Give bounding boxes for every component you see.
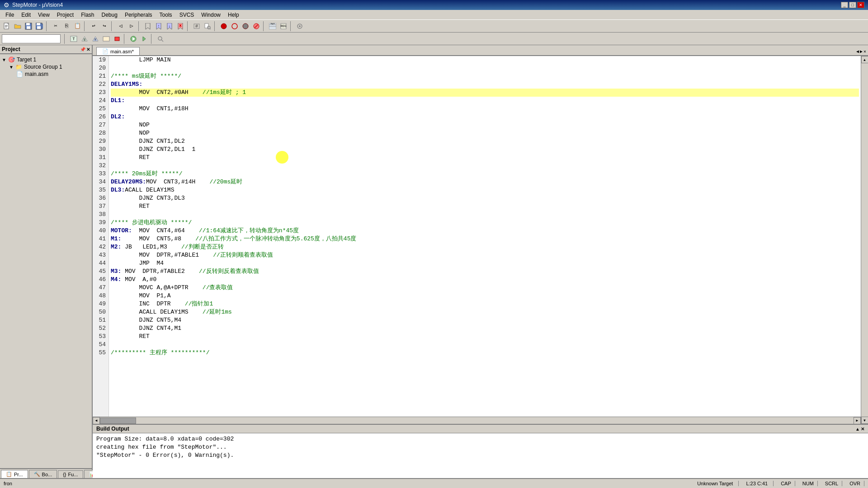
editor-tab-main-asm[interactable]: 📄 main.asm* (96, 47, 140, 55)
nav-back-button[interactable]: ◁ (116, 21, 126, 31)
menu-edit[interactable]: Edit (18, 11, 34, 19)
menu-flash[interactable]: Flash (77, 11, 98, 19)
kill-all-bp-button[interactable] (251, 21, 261, 31)
tab-functions[interactable]: {} Fu... (58, 470, 83, 478)
batch-build-button[interactable] (101, 34, 111, 44)
open-file-button[interactable] (13, 21, 23, 31)
paste-button[interactable]: 📋 (72, 21, 82, 31)
build-output-close[interactable]: ✕ (861, 427, 864, 432)
menu-view[interactable]: View (34, 11, 53, 19)
code-line-21[interactable]: /**** ms级延时 *****/ (111, 72, 859, 80)
code-line-30[interactable]: DJNZ CNT2,DL1 1 (111, 145, 859, 154)
code-line-20[interactable] (111, 64, 859, 72)
menu-peripherals[interactable]: Peripherals (121, 11, 156, 19)
minimize-button[interactable]: _ (841, 2, 848, 8)
tab-project[interactable]: 📋 Pr... (1, 470, 28, 478)
clear-bookmarks-button[interactable] (175, 21, 185, 31)
project-minimize-icon[interactable]: 📌 (80, 47, 85, 52)
v-scroll-down-button[interactable]: ▼ (861, 417, 868, 424)
new-file-button[interactable] (2, 21, 12, 31)
build-output-arrow-up[interactable]: ▲ (855, 427, 860, 432)
code-line-43[interactable]: MOV DPTR,#TABLE1 //正转则顺着查表取值 (111, 251, 859, 259)
code-line-31[interactable]: RET (111, 154, 859, 162)
enable-bp-button[interactable] (230, 21, 240, 31)
v-scroll-track[interactable] (862, 63, 868, 417)
find-components-button[interactable] (156, 34, 165, 44)
title-bar-controls[interactable]: _ □ ✕ (841, 2, 864, 8)
tree-item-main-asm[interactable]: 📄 main.asm (2, 70, 90, 78)
v-scrollbar[interactable]: ▲ ▼ (861, 56, 868, 424)
code-line-39[interactable]: /**** 步进电机驱动 *****/ (111, 219, 859, 227)
target-dropdown[interactable]: Target 1 (2, 34, 61, 43)
menu-file[interactable]: File (2, 11, 18, 19)
memory-view-button[interactable]: MEM (268, 21, 278, 31)
menu-window[interactable]: Window (198, 11, 224, 19)
code-line-54[interactable] (111, 341, 859, 349)
project-close-icon[interactable]: ✕ (86, 47, 90, 52)
code-line-49[interactable]: INC DPTR //指针加1 (111, 300, 859, 308)
code-line-44[interactable]: JMP M4 (111, 259, 859, 267)
code-line-32[interactable] (111, 162, 859, 170)
undo-button[interactable]: ↩ (89, 21, 99, 31)
h-scroll-track[interactable] (100, 418, 854, 424)
code-line-51[interactable]: DJNZ CNT5,M4 (111, 316, 859, 324)
code-line-35[interactable]: DL3:ACALL DELAY1MS (111, 186, 859, 194)
code-line-42[interactable]: M2: JB LED1,M3 //判断是否正转 (111, 243, 859, 251)
menu-help[interactable]: Help (224, 11, 243, 19)
save-all-button[interactable] (34, 21, 44, 31)
code-line-25[interactable]: MOV CNT1,#18H (111, 105, 859, 113)
bookmark-next-button[interactable]: ↓ (165, 21, 175, 31)
bookmark-button[interactable] (143, 21, 153, 31)
start-stop-debug-button[interactable] (139, 34, 149, 44)
include-button[interactable]: # (192, 21, 202, 31)
disable-all-bp-button[interactable] (241, 21, 250, 31)
save-button[interactable] (24, 21, 33, 31)
build-button[interactable]: B (80, 34, 90, 44)
h-scrollbar[interactable]: ◀ ▶ (93, 417, 861, 424)
code-line-53[interactable]: RET (111, 333, 859, 341)
editor-close-icon[interactable]: ✕ (863, 49, 866, 54)
code-line-19[interactable]: LJMP MAIN (111, 56, 859, 64)
cut-button[interactable]: ✂ (51, 21, 61, 31)
menu-debug[interactable]: Debug (98, 11, 121, 19)
h-scroll-thumb[interactable] (100, 418, 136, 424)
maximize-button[interactable]: □ (849, 2, 856, 8)
close-button[interactable]: ✕ (857, 2, 864, 8)
code-line-36[interactable]: DJNZ CNT3,DL3 (111, 194, 859, 202)
code-line-23[interactable]: MOV CNT2,#0AH //1ms延时 ; 1 (111, 89, 859, 97)
start-debug-button[interactable] (128, 34, 138, 44)
code-line-37[interactable]: RET (111, 202, 859, 211)
translate-button[interactable]: T (69, 34, 79, 44)
tab-build[interactable]: 🔨 Bo... (29, 470, 57, 478)
code-line-34[interactable]: DELAY20MS:MOV CNT3,#14H //20ms延时 (111, 178, 859, 186)
code-line-45[interactable]: M3: MOV DPTR,#TABLE2 //反转则反着查表取值 (111, 267, 859, 276)
code-line-27[interactable]: NOP (111, 121, 859, 129)
code-content[interactable]: 1920212223242526272829303132333435363738… (93, 56, 861, 417)
code-editor[interactable]: 1920212223242526272829303132333435363738… (93, 56, 861, 424)
code-line-28[interactable]: NOP (111, 129, 859, 137)
registers-view-button[interactable]: REG (278, 21, 288, 31)
code-line-22[interactable]: DELAY1MS: (111, 80, 859, 89)
v-scroll-up-button[interactable]: ▲ (861, 56, 868, 63)
menu-tools[interactable]: Tools (156, 11, 176, 19)
find-in-files-button[interactable] (203, 21, 212, 31)
code-line-46[interactable]: M4: MOV A,#0 (111, 276, 859, 284)
copy-button[interactable]: ⎘ (61, 21, 71, 31)
code-line-52[interactable]: DJNZ CNT4,M1 (111, 324, 859, 333)
tree-item-target[interactable]: ▼ 🎯 Target 1 (2, 56, 90, 63)
insert-remove-bp-button[interactable] (219, 21, 229, 31)
code-line-33[interactable]: /**** 20ms延时 *****/ (111, 170, 859, 178)
options-button[interactable] (295, 21, 305, 31)
code-line-29[interactable]: DJNZ CNT1,DL2 (111, 137, 859, 145)
nav-fwd-button[interactable]: ▷ (127, 21, 137, 31)
code-line-26[interactable]: DL2: (111, 113, 859, 121)
code-line-24[interactable]: DL1: (111, 97, 859, 105)
editor-scroll-left-icon[interactable]: ◀ (856, 49, 859, 54)
menu-svcs[interactable]: SVCS (176, 11, 198, 19)
h-scroll-right-button[interactable]: ▶ (854, 417, 861, 424)
code-line-48[interactable]: MOV P1,A (111, 292, 859, 300)
bookmark-prev-button[interactable]: ↑ (154, 21, 164, 31)
code-line-47[interactable]: MOVC A,@A+DPTR //查表取值 (111, 284, 859, 292)
editor-scroll-right-icon[interactable]: ▶ (860, 49, 863, 54)
redo-button[interactable]: ↪ (99, 21, 109, 31)
